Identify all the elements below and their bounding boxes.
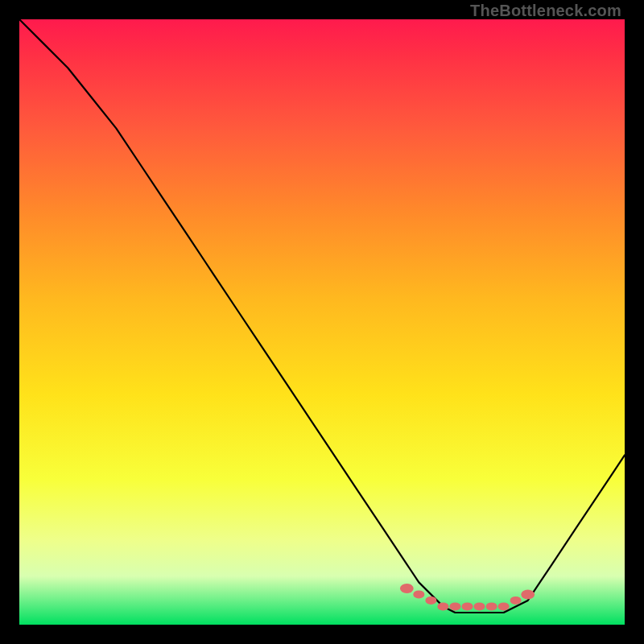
optimal-marker [474,602,485,610]
optimal-marker [425,597,436,605]
watermark-text: TheBottleneck.com [470,2,621,20]
optimal-marker [521,589,535,599]
optimal-marker [510,597,522,605]
optimal-marker [498,602,510,610]
optimal-marker [437,602,448,610]
bottleneck-curve [19,19,625,613]
optimal-marker [400,584,414,593]
optimal-marker [462,602,473,610]
optimal-marker [413,590,424,598]
chart-svg [19,19,625,625]
optimal-marker [486,602,497,610]
optimal-marker [449,602,460,610]
